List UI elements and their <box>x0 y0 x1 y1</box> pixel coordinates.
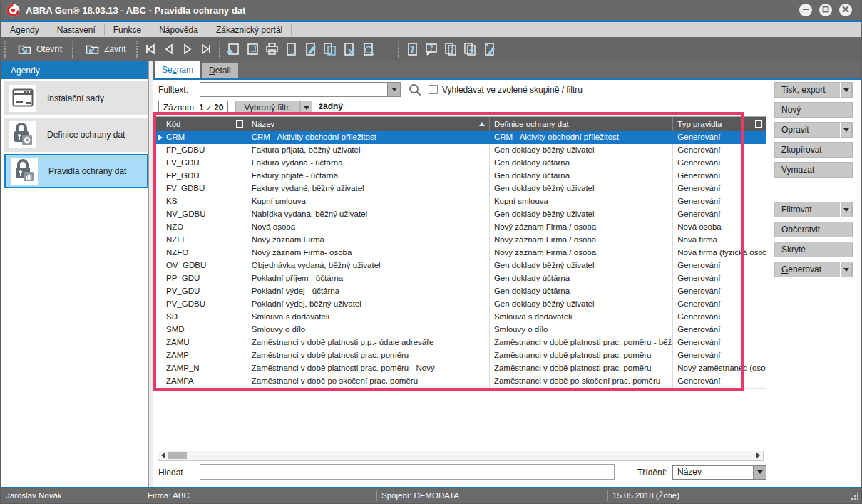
menu-item-zakaznicky-portal[interactable]: Zákaznický portál <box>207 22 291 37</box>
print-icon[interactable] <box>263 41 280 58</box>
selected-filter-dropdown[interactable] <box>300 101 312 115</box>
fulltext-input[interactable] <box>200 83 393 96</box>
opravit-dropdown[interactable] <box>840 122 852 138</box>
cell: Zaměstnanci v době po skočení prac. pomě… <box>247 375 489 388</box>
table-row[interactable]: PP_GDUPokladní příjem - účtárnaGen dokla… <box>155 272 766 286</box>
table-row[interactable]: FV_GDBUFaktury vydané, běžný uživatelGen… <box>155 182 766 196</box>
table-row[interactable]: OV_GDBUObjednávka vydaná, běžný uživatel… <box>155 259 766 273</box>
copy-document-icon[interactable] <box>321 41 338 58</box>
next-record-icon[interactable] <box>179 41 196 58</box>
search-in-group-checkbox[interactable] <box>429 85 438 94</box>
table-row[interactable]: ZAMPAZaměstnanci v době po skočení prac.… <box>155 375 766 389</box>
selected-filter-button[interactable]: Vybraný filtr: <box>235 101 300 115</box>
column-header-kod[interactable]: Kód <box>155 117 247 131</box>
tab-detail[interactable]: Detail <box>202 63 238 78</box>
table-row[interactable]: PV_GDBUPokladní výdej, běžný uživatelGen… <box>155 298 766 312</box>
table-row[interactable]: CRMCRM - Aktivity obchodní příležitostCR… <box>155 131 766 145</box>
window-arrow-icon[interactable] <box>225 41 242 58</box>
maximize-icon <box>822 5 829 15</box>
menu-item-nastaveni[interactable]: Nastavení <box>48 22 104 37</box>
table-row[interactable]: NZFONový záznam Firma- osobaNový záznam … <box>155 247 766 260</box>
cell: Smlouvy o dílo <box>247 324 489 336</box>
trideni-dropdown-button[interactable] <box>753 466 766 479</box>
table-row[interactable]: FV_GDUFaktura vydaná - účtárnaGen doklad… <box>155 157 766 170</box>
chevron-down-icon <box>843 208 849 212</box>
column-options-icon[interactable] <box>755 120 762 128</box>
resize-grip-icon[interactable] <box>851 492 859 502</box>
new-document-icon[interactable] <box>282 41 299 58</box>
close-button[interactable] <box>839 4 852 16</box>
horizontal-scrollbar[interactable] <box>158 451 764 461</box>
zkopirovat-button[interactable]: Zkopírovat <box>774 142 853 158</box>
cell: Gen doklady účtárna <box>489 272 672 285</box>
vymazat-button[interactable]: Vymazat <box>774 162 853 178</box>
tisk-export-button[interactable]: Tisk, export <box>774 82 853 98</box>
filtrovat-button[interactable]: Filtrovat <box>774 202 853 217</box>
magnifier-icon[interactable] <box>408 83 422 99</box>
first-record-icon[interactable] <box>142 41 159 58</box>
column-header-typ-pravidla[interactable]: Typ pravidla <box>672 117 766 131</box>
delete-document-icon[interactable] <box>340 41 357 58</box>
minimize-button[interactable] <box>799 4 812 16</box>
sidebar-item-instalacni-sady[interactable]: Instalační sady <box>4 81 148 115</box>
tisk-export-dropdown[interactable] <box>840 82 852 98</box>
cell: Faktura přijatá, běžný uživatel <box>247 144 489 157</box>
open-button[interactable]: Otevřít <box>10 40 68 58</box>
menu-item-agendy[interactable]: Agendy <box>1 22 48 37</box>
open-button-label: Otevřít <box>36 44 62 54</box>
opravit-button[interactable]: Opravit <box>774 122 853 138</box>
table-row[interactable]: NZONová osobaNový záznam Firma / osobaNo… <box>155 221 766 235</box>
fulltext-dropdown-button[interactable] <box>387 83 400 96</box>
table-row[interactable]: ZAMUZaměstnanci v době platnosti p.p.- ú… <box>155 336 766 350</box>
table-row[interactable]: FP_GDBUFaktura přijatá, běžný uživatelGe… <box>155 144 766 158</box>
scroll-left-button[interactable] <box>158 451 168 460</box>
related-docs-icon[interactable] <box>461 41 478 58</box>
table-row[interactable]: KSKupní smlouvaKupní smlouvaGenerování <box>155 195 766 209</box>
table-row[interactable]: ZAMP_NZaměstnanci v době platnosti prac.… <box>155 362 766 376</box>
column-header-nazev[interactable]: Název <box>247 117 489 131</box>
context-help-icon[interactable]: ? <box>423 41 440 58</box>
cell: Gen doklady běžný uživatel <box>489 182 672 195</box>
edit-note-icon[interactable] <box>481 41 498 58</box>
menu-item-napoveda[interactable]: Nápověda <box>150 22 207 37</box>
window-refresh-icon[interactable] <box>244 41 261 58</box>
scrollbar-thumb[interactable] <box>168 452 187 459</box>
help-icon[interactable]: ? <box>404 41 421 58</box>
tab-seznam[interactable]: Seznam <box>155 61 200 78</box>
maximize-button[interactable] <box>819 4 832 16</box>
data-protection-rules-icon <box>14 159 35 184</box>
novy-button[interactable]: Nový <box>774 102 853 118</box>
sidebar-item-pravidla-ochrany-dat[interactable]: Pravidla ochrany dat <box>4 154 148 188</box>
table-row[interactable]: SDSmlouva s dodavateliSmlouva s dodavate… <box>155 311 766 324</box>
skryte-button[interactable]: Skryté <box>774 242 853 257</box>
obcerstvit-button[interactable]: Občerstvit <box>774 222 853 237</box>
column-options-icon[interactable] <box>236 120 243 128</box>
help-pages-icon[interactable]: ? <box>442 41 459 58</box>
generovat-dropdown[interactable] <box>840 262 852 277</box>
sidebar-splitter[interactable] <box>148 61 153 487</box>
edit-document-icon[interactable] <box>302 41 319 58</box>
previous-record-icon[interactable] <box>160 41 178 58</box>
cell: Smlouva s dodavateli <box>247 311 489 324</box>
chevron-down-icon <box>843 88 849 92</box>
trideni-combobox[interactable]: Název <box>672 465 766 480</box>
menu-item-funkce[interactable]: Funkce <box>105 22 150 37</box>
title-bar: ABRA Gen® 18.03.13 - ABC - Pravidla ochr… <box>0 0 862 20</box>
toolbar-separator <box>72 41 73 58</box>
table-row[interactable]: ZAMPZaměstnanci v době platnosti prac. p… <box>155 349 766 363</box>
hledat-input[interactable] <box>200 464 615 480</box>
table-row[interactable]: SMDSmlouvy o díloSmlouvy o díloGenerován… <box>155 324 766 337</box>
record-of: z <box>207 103 211 113</box>
last-record-icon[interactable] <box>197 41 215 58</box>
table-row[interactable]: NV_GDBUNabídka vydaná, běžný uživatelGen… <box>155 208 766 222</box>
column-header-definice-ochrany-dat[interactable]: Definice ochrany dat <box>489 117 672 131</box>
filtrovat-dropdown[interactable] <box>840 202 852 217</box>
table-row[interactable]: PV_GDUPokladní výdej - účtárnaGen doklad… <box>155 285 766 299</box>
table-row[interactable]: FP_GDUFaktury přijaté - účtárnaGen dokla… <box>155 170 766 183</box>
generovat-button[interactable]: Generovat <box>774 262 853 277</box>
preview-document-icon[interactable] <box>359 41 376 58</box>
sidebar-item-definice-ochrany-dat[interactable]: Definice ochrany dat <box>4 118 148 152</box>
scroll-right-button[interactable] <box>754 451 763 460</box>
table-row[interactable]: NZFFNový záznam FirmaNový záznam Firma /… <box>155 234 766 247</box>
close-button[interactable]: Zavřít <box>78 40 132 58</box>
